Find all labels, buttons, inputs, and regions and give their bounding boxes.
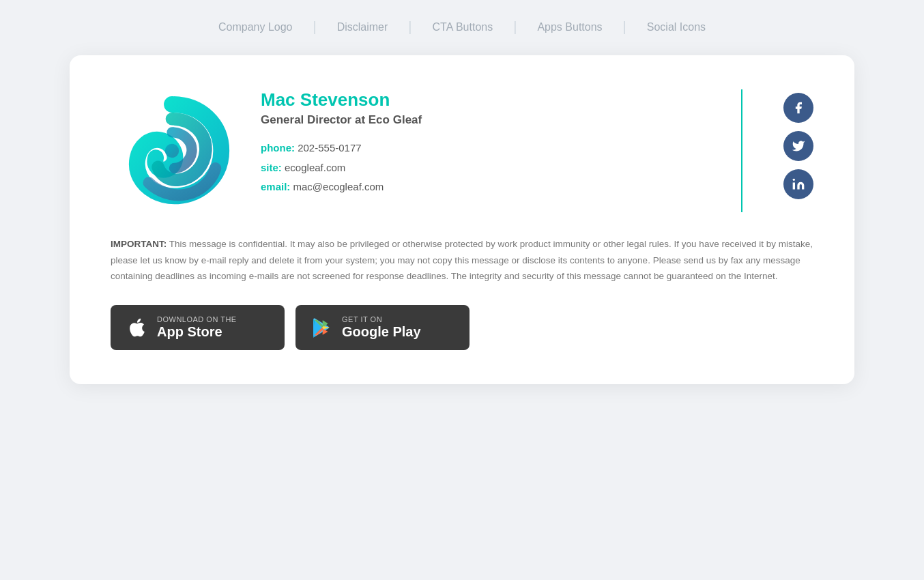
svg-rect-1: [793, 183, 795, 190]
site-label: site:: [261, 162, 282, 173]
nav-item-apps-buttons[interactable]: Apps Buttons: [517, 21, 622, 33]
app-buttons-container: Download on the App Store: [111, 305, 813, 350]
svg-point-2: [793, 179, 795, 181]
disclaimer-text: IMPORTANT: This message is confidential.…: [111, 236, 813, 285]
appstore-text: Download on the App Store: [157, 315, 237, 340]
nav-item-company-logo[interactable]: Company Logo: [198, 21, 313, 33]
person-info: Mac Stevenson General Director at Eco Gl…: [254, 89, 700, 199]
email-label: email:: [261, 181, 290, 192]
facebook-button[interactable]: [783, 93, 813, 123]
main-card: Mac Stevenson General Director at Eco Gl…: [70, 55, 854, 384]
company-logo: [111, 89, 233, 212]
linkedin-button[interactable]: [783, 169, 813, 199]
phone-line: phone: 202-555-0177: [261, 141, 700, 156]
phone-label: phone:: [261, 142, 295, 154]
vertical-divider: [741, 89, 742, 212]
email-line: email: mac@ecogleaf.com: [261, 179, 700, 195]
site-line: site: ecogleaf.com: [261, 160, 700, 176]
googleplay-button[interactable]: GET IT ON Google Play: [295, 305, 470, 350]
site-url: ecogleaf.com: [285, 162, 345, 173]
googleplay-icon: [311, 316, 334, 339]
svg-point-0: [165, 144, 179, 158]
appstore-big-text: App Store: [157, 323, 222, 340]
linkedin-icon: [792, 177, 805, 191]
twitter-button[interactable]: [783, 131, 813, 161]
twitter-icon: [792, 139, 805, 153]
nav-item-social-icons[interactable]: Social Icons: [626, 21, 726, 33]
nav-item-cta-buttons[interactable]: CTA Buttons: [412, 21, 514, 33]
disclaimer-important: IMPORTANT:: [111, 239, 167, 249]
disclaimer-body: This message is confidential. It may als…: [111, 239, 813, 281]
person-name: Mac Stevenson: [261, 89, 700, 111]
social-icons-container: [783, 89, 813, 199]
person-title: General Director at Eco Gleaf: [261, 113, 700, 127]
googleplay-text: GET IT ON Google Play: [342, 315, 421, 340]
phone-number: 202-555-0177: [298, 142, 361, 154]
googleplay-big-text: Google Play: [342, 323, 421, 340]
apple-icon: [126, 316, 149, 339]
top-navigation: Company Logo | Disclaimer | CTA Buttons …: [0, 0, 924, 48]
nav-item-disclaimer[interactable]: Disclaimer: [317, 21, 409, 33]
appstore-small-text: Download on the: [157, 315, 237, 323]
email-address: mac@ecogleaf.com: [293, 181, 384, 192]
appstore-button[interactable]: Download on the App Store: [111, 305, 285, 350]
googleplay-small-text: GET IT ON: [342, 315, 382, 323]
signature-area: Mac Stevenson General Director at Eco Gl…: [111, 89, 813, 236]
facebook-icon: [792, 101, 805, 115]
